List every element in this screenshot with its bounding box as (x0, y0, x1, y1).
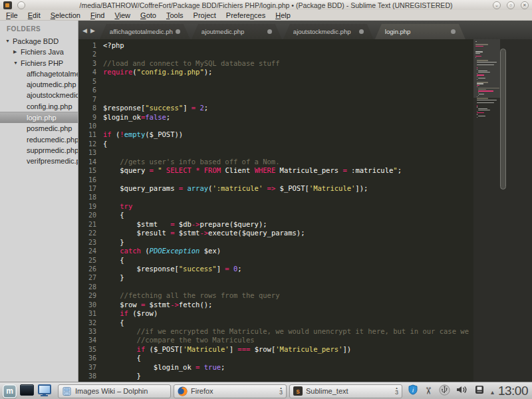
window-title: /media/BATHROW/CoffreFort/Package BDD/Fi… (0, 1, 532, 9)
tab-scroll-left-icon[interactable]: ◀ (82, 27, 87, 34)
close-button[interactable]: ✕ (521, 1, 529, 9)
code-line[interactable]: 13 (78, 148, 473, 157)
code-line[interactable]: 9$login_ok=false; (78, 113, 473, 122)
update-notifier-shield-tray[interactable]: i (408, 384, 418, 398)
line-number: 37 (78, 363, 103, 372)
code-line[interactable]: 31 if ($row) (78, 309, 473, 318)
chevron-right-icon: ▶ (13, 47, 21, 57)
tab-login-php[interactable]: login.php (375, 24, 466, 39)
sidebar-folder-fichiers-php[interactable]: ▼Fichiers PHP (0, 58, 78, 68)
minimap-viewport[interactable] (473, 39, 500, 98)
line-number: 28 (78, 283, 103, 291)
usb-device-notifier-tray[interactable] (439, 384, 450, 398)
code-line[interactable]: 22 $result = $stmt->execute($query_param… (78, 229, 473, 237)
code-line[interactable]: 34 //compare the two Matricules (78, 336, 473, 344)
taskbar-launchers: m (3, 383, 51, 399)
desktop-monitor-launcher[interactable] (37, 383, 51, 399)
sublime-text-icon: s (293, 386, 303, 396)
mint-menu-launcher[interactable]: m (3, 384, 17, 398)
code-line[interactable]: 24 catch (PDOException $ex) (78, 247, 473, 255)
code-line[interactable]: 6 (78, 86, 473, 94)
code-line[interactable]: 23 } (78, 238, 473, 247)
code-line[interactable]: 30 $row = $stmt->fetch(); (78, 301, 473, 309)
code-line[interactable]: 1<?php (78, 41, 473, 50)
code-line[interactable]: 10 (78, 122, 473, 130)
code-line[interactable]: 29 //fetching all the rows from the quer… (78, 291, 473, 300)
menu-item-find[interactable]: Find (90, 11, 104, 19)
code-line[interactable]: 28 (78, 283, 473, 291)
task-button-sublime-text[interactable]: sSublime_text▴3 (289, 384, 402, 398)
maximize-button[interactable]: ○ (507, 1, 515, 9)
code-line[interactable]: 25 { (78, 256, 473, 265)
sidebar-file-ajoutmedic-php[interactable]: ajoutmedic.php (0, 79, 78, 90)
tab-ajoutstockmedic-php[interactable]: ajoutstockmedic.php (283, 24, 374, 39)
code-line[interactable]: 36 { (78, 354, 473, 362)
code-line[interactable]: 4require("config.ing.php"); (78, 68, 473, 76)
code-line[interactable]: 21 $stmt = $db->prepare($query); (78, 220, 473, 229)
code-line[interactable]: 7 (78, 95, 473, 104)
code-line[interactable]: 18 (78, 193, 473, 201)
code-line[interactable]: 17 $query_params = array(':matricule' =>… (78, 184, 473, 193)
menu-item-preferences[interactable]: Preferences (226, 11, 265, 19)
code-line[interactable]: 20 { (78, 211, 473, 219)
code-line[interactable]: 27 } (78, 273, 473, 282)
code-line[interactable]: 16 (78, 176, 473, 184)
code-line[interactable]: 39 } (78, 381, 473, 382)
sidebar-file-verifpresmedic-php[interactable]: verifpresmedic.php (0, 156, 78, 166)
scrollbar-thumb[interactable] (500, 49, 506, 190)
code-area[interactable]: 1<?php23//load and connect to MySQL data… (78, 39, 473, 382)
klipper-scissors-tray[interactable]: ✂ (424, 385, 433, 397)
sidebar-file-affichagetotalmedic-php[interactable]: affichagetotalmedic.php (0, 68, 78, 79)
menu-item-view[interactable]: View (114, 11, 130, 19)
code-line[interactable]: 15 $query = " SELECT * FROM Client WHERE… (78, 166, 473, 175)
clock[interactable]: 13:00 (498, 384, 528, 398)
sidebar-folder-package-bdd[interactable]: ▼Package BDD (0, 36, 78, 47)
code-line[interactable]: 26 $response["success"] = 0; (78, 265, 473, 273)
menu-item-file[interactable]: File (6, 11, 18, 19)
code-line[interactable]: 38 } (78, 372, 473, 380)
minimize-button[interactable]: ⌄ (493, 1, 501, 9)
sidebar-file-ajoutstockmedic-php[interactable]: ajoutstockmedic.php (0, 90, 78, 100)
code-line[interactable]: 12{ (78, 140, 473, 148)
code-line[interactable]: 11if (!empty($_POST)) (78, 130, 473, 139)
panel-expand-arrow-tray[interactable]: ▴ (491, 385, 494, 397)
code-line[interactable]: 33 //if we encrypted the Matricule, we w… (78, 327, 473, 336)
code-line[interactable]: 14 //gets user's info based off of a Nom… (78, 158, 473, 166)
sidebar-file-config-ing-php[interactable]: config.ing.php (0, 101, 78, 112)
code-line[interactable]: 32 { (78, 319, 473, 327)
usb-device-notifier-icon (439, 384, 450, 396)
code-line[interactable]: 19 try (78, 202, 473, 211)
menu-item-edit[interactable]: Edit (28, 11, 41, 19)
sidebar-file-supprmedic-php[interactable]: supprmedic.php (0, 145, 78, 156)
code-line[interactable]: 2 (78, 50, 473, 59)
tab-ajoutmedic-php[interactable]: ajoutmedic.php (192, 24, 282, 39)
audio-volume-tray[interactable] (456, 384, 468, 398)
sidebar-folder-fichiers-java[interactable]: ▶Fichiers Java (0, 47, 78, 57)
shade-button[interactable] (17, 1, 25, 9)
minimap[interactable] (473, 39, 532, 382)
code-line[interactable]: 35 if ($_POST['Matricule'] === $row['Mat… (78, 345, 473, 354)
sublime-window: /media/BATHROW/CoffreFort/Package BDD/Fi… (0, 0, 532, 382)
menu-item-selection[interactable]: Selection (51, 11, 80, 19)
window-count-badge[interactable]: ▴3 (395, 386, 398, 396)
code-line[interactable]: 3//load and connect to MySQL database st… (78, 59, 473, 68)
menu-item-help[interactable]: Help (275, 11, 291, 19)
tab-scroll-right-icon[interactable]: ▶ (90, 27, 95, 34)
printer-tray[interactable] (474, 384, 485, 398)
menu-item-project[interactable]: Project (194, 11, 216, 19)
taskbar: m Images Wiki – DolphinFirefox▴3sSublime… (0, 382, 532, 399)
sidebar-file-login-php[interactable]: login.php (0, 112, 78, 123)
sidebar-file-posmedic-php[interactable]: posmedic.php (0, 123, 78, 134)
code-line[interactable]: 37 $login_ok = true; (78, 363, 473, 372)
code-line[interactable]: 8$response["success"] = 2; (78, 104, 473, 112)
tab-strip: affichagetotalmedic.phpajoutmedic.phpajo… (100, 24, 467, 39)
menu-item-tools[interactable]: Tools (166, 11, 184, 19)
tab-affichagetotalmedic-php[interactable]: affichagetotalmedic.php (100, 24, 190, 39)
task-button-firefox[interactable]: Firefox▴3 (174, 384, 287, 398)
window-count-badge[interactable]: ▴3 (279, 386, 283, 396)
task-button-dolphin[interactable]: Images Wiki – Dolphin (58, 384, 171, 398)
sidebar-file-reducmedic-php[interactable]: reducmedic.php (0, 134, 78, 145)
konsole-terminal-launcher[interactable] (20, 384, 34, 398)
menu-item-goto[interactable]: Goto (140, 11, 156, 19)
code-line[interactable]: 5 (78, 77, 473, 86)
